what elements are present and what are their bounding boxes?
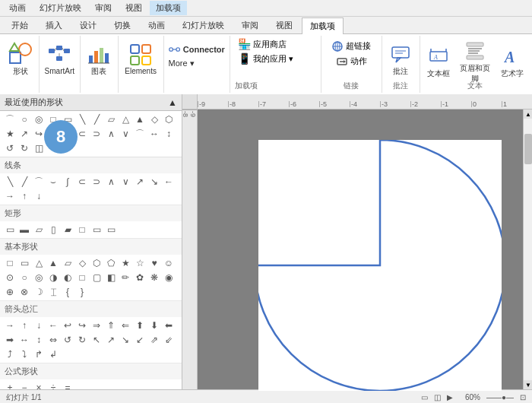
line-shape[interactable]: ↗ (133, 175, 147, 189)
zoom-slider[interactable]: ——●— (486, 393, 514, 401)
shape-icon[interactable]: ↻ (17, 141, 31, 155)
tab-slideshow[interactable]: 幻灯片放映 (174, 17, 233, 33)
arrow-shape[interactable]: ⇑ (104, 319, 118, 332)
basic-shape[interactable]: ♥ (147, 256, 161, 270)
tab-insert[interactable]: 插入 (37, 17, 71, 33)
rect-shape[interactable]: ▭ (3, 223, 17, 236)
basic-shape[interactable]: ⊕ (3, 285, 17, 299)
comment-button[interactable]: 批注 (385, 40, 416, 78)
tab-start[interactable]: 开始 (3, 17, 36, 33)
shape-icon[interactable]: ↕ (162, 127, 176, 141)
shape-icon[interactable]: ▱ (104, 113, 118, 126)
rect-shape[interactable]: ▬ (17, 223, 31, 236)
formula-shape[interactable]: × (32, 381, 46, 389)
shape-icon[interactable]: ⌒ (133, 127, 147, 141)
shape-icon[interactable]: ▲ (133, 113, 147, 126)
slide-canvas[interactable] (198, 109, 523, 389)
arrow-shape[interactable]: ⇔ (46, 333, 60, 347)
shape-icon[interactable]: ↔ (147, 127, 161, 141)
menu-addins[interactable]: 加载项 (150, 1, 187, 15)
basic-shape[interactable]: ◉ (162, 271, 176, 284)
vertical-scrollbar[interactable]: ▲ ▼ (523, 109, 532, 389)
formula-shape[interactable]: = (61, 381, 74, 389)
shape-icon[interactable]: ↺ (3, 141, 17, 155)
hyperlink-button[interactable]: 超链接 (328, 40, 374, 53)
shape-icon[interactable]: ◎ (32, 113, 46, 126)
app-store-button[interactable]: 🏪 应用商店 (235, 37, 316, 51)
line-shape[interactable]: ∫ (61, 175, 74, 189)
basic-shape[interactable]: □ (75, 271, 89, 284)
basic-shape[interactable]: ◑ (46, 271, 60, 284)
basic-shape[interactable]: ◧ (104, 271, 118, 284)
elements-button[interactable]: Elements (122, 41, 160, 77)
smartart-button[interactable]: SmartArt (42, 41, 78, 77)
arrow-shape[interactable]: ⇙ (162, 333, 176, 347)
basic-shape[interactable]: ◎ (32, 271, 46, 284)
line-shape[interactable]: ╲ (3, 175, 17, 189)
arrow-shape[interactable]: ⇐ (119, 319, 132, 332)
arrow-shape[interactable]: ⤵ (17, 347, 31, 361)
view-normal[interactable]: ▭ (421, 393, 428, 401)
arrow-shape[interactable]: ↻ (75, 333, 89, 347)
arrow-shape[interactable]: ⤴ (3, 347, 17, 361)
basic-shape[interactable]: ☽ (32, 285, 46, 299)
scroll-thumb[interactable] (524, 134, 532, 164)
tab-review[interactable]: 审阅 (233, 17, 267, 33)
rect-shape[interactable]: ▭ (104, 223, 118, 236)
shape-icon[interactable]: ⌒ (3, 113, 17, 126)
tab-transition[interactable]: 切换 (106, 17, 139, 33)
basic-shape[interactable]: ⌶ (46, 285, 60, 299)
basic-shape[interactable]: ⊗ (17, 285, 31, 299)
arrow-shape[interactable]: ⇗ (147, 333, 161, 347)
arrow-shape[interactable]: ↘ (119, 333, 132, 347)
shape-icon[interactable]: ◇ (147, 113, 161, 126)
basic-shape[interactable]: } (75, 285, 89, 299)
line-shape[interactable]: ∧ (104, 175, 118, 189)
my-apps-button[interactable]: 📱 我的应用 ▾ (235, 52, 316, 65)
connector-more-button[interactable]: More ▾ (169, 59, 225, 68)
formula-shape[interactable]: − (17, 381, 31, 389)
tab-animation[interactable]: 动画 (140, 17, 173, 33)
formula-shape[interactable]: + (3, 381, 17, 389)
arrow-shape[interactable]: ↺ (61, 333, 74, 347)
art-text-button[interactable]: A 艺术字 (497, 43, 527, 81)
shape-icon[interactable]: ⬡ (162, 113, 176, 126)
tab-view[interactable]: 视图 (268, 17, 301, 33)
action-button[interactable]: 动作 (333, 55, 370, 68)
tab-design[interactable]: 设计 (71, 17, 105, 33)
arrow-shape[interactable]: ↩ (61, 319, 74, 332)
shapes-button[interactable]: 形状 (5, 40, 36, 78)
tab-addins[interactable]: 加载项 (302, 17, 344, 34)
arrow-shape[interactable]: ↪ (75, 319, 89, 332)
shape-icon[interactable]: ⊃ (90, 127, 103, 141)
arrow-shape[interactable]: ⬇ (147, 319, 161, 332)
rect-shape[interactable]: ▱ (32, 223, 46, 236)
shape-icon[interactable]: ╱ (90, 113, 103, 126)
chart-button[interactable]: 图表 (84, 40, 114, 78)
shape-icon[interactable]: ◫ (32, 141, 46, 155)
arrow-shape[interactable]: ↑ (17, 319, 31, 332)
basic-shape[interactable]: ▭ (17, 256, 31, 270)
basic-shape[interactable]: { (61, 285, 74, 299)
shape-icon[interactable]: ★ (3, 127, 17, 141)
basic-shape[interactable]: ☆ (133, 256, 147, 270)
rect-shape[interactable]: ▯ (46, 223, 60, 236)
header-footer-button[interactable]: 页眉和页脚 (457, 37, 494, 86)
arrow-shape[interactable]: ↲ (46, 347, 60, 361)
shape-icon[interactable]: △ (119, 113, 132, 126)
shapes-panel-collapse[interactable]: ▲ (168, 97, 177, 108)
basic-shape[interactable]: □ (3, 256, 17, 270)
shape-icon[interactable]: ╲ (75, 113, 89, 126)
arrow-shape[interactable]: → (3, 319, 17, 332)
menu-slideshow[interactable]: 幻灯片放映 (33, 1, 87, 15)
shape-icon[interactable]: ∧ (104, 127, 118, 141)
basic-shape[interactable]: ▱ (61, 256, 74, 270)
basic-shape[interactable]: ❋ (147, 271, 161, 284)
rect-shape[interactable]: □ (75, 223, 89, 236)
shape-icon[interactable]: ↗ (17, 127, 31, 141)
basic-shape[interactable]: ◐ (61, 271, 74, 284)
basic-shape[interactable]: ⊙ (3, 271, 17, 284)
rect-shape[interactable]: ▰ (61, 223, 74, 236)
arrow-shape[interactable]: ↖ (90, 333, 103, 347)
basic-shape[interactable]: ★ (119, 256, 132, 270)
